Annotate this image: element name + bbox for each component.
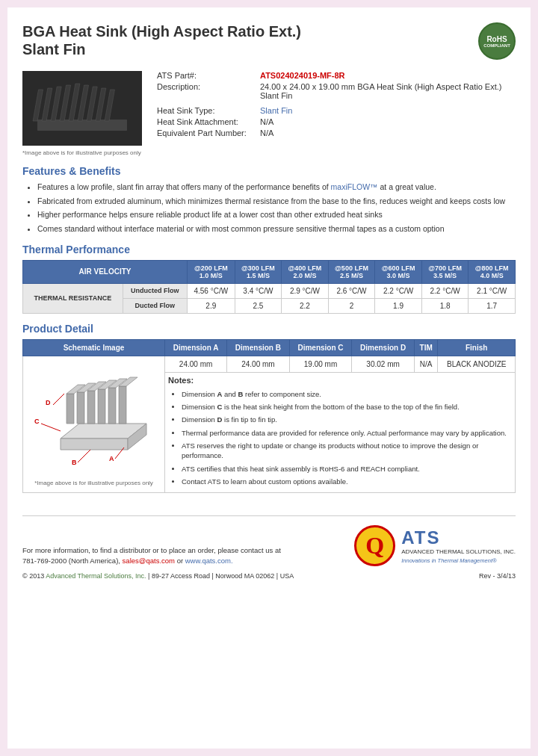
description-row: Description: 24.00 x 24.00 x 19.00 mm BG… xyxy=(157,82,516,100)
notes-cell: Notes: Dimension A and B refer to compon… xyxy=(165,372,516,492)
dim-c-value: 19.00 mm xyxy=(289,356,352,372)
ats-acronym: ATS xyxy=(401,527,516,548)
note-2: Dimension C is the heat sink height from… xyxy=(182,402,512,412)
svg-text:D: D xyxy=(46,399,51,406)
product-title: BGA Heat Sink (High Aspect Ratio Ext.) S… xyxy=(22,22,301,58)
ats-green-link: Advanced Thermal Solutions, Inc. xyxy=(46,572,146,580)
product-detail-header-row: Schematic Image Dimension A Dimension B … xyxy=(23,339,516,356)
email-link[interactable]: sales@qats.com xyxy=(123,557,175,565)
th-schematic: Schematic Image xyxy=(23,339,165,356)
svg-text:C: C xyxy=(34,418,40,425)
th-dim-c: Dimension C xyxy=(289,339,352,356)
svg-rect-1 xyxy=(33,90,43,121)
col-400lfm: @400 LFM2.0 M/S xyxy=(282,260,329,283)
col-700lfm: @700 LFM3.5 M/S xyxy=(421,260,469,283)
feature-item-1: Features a low profile, slant fin array … xyxy=(37,182,516,193)
image-note: *Image above is for illustrative purpose… xyxy=(22,149,142,156)
ats-tagline: Innovations in Thermal Management® xyxy=(401,557,496,564)
ducted-600: 1.9 xyxy=(375,298,422,313)
ducted-label: Ducted Flow xyxy=(123,298,187,313)
product-details: ATS Part#: ATS024024019-MF-8R Descriptio… xyxy=(157,71,516,156)
svg-marker-13 xyxy=(67,394,74,424)
notes-title: Notes: xyxy=(168,376,512,385)
ats-q-mark: Q xyxy=(354,525,395,566)
unducted-300: 3.4 °C/W xyxy=(235,283,282,298)
note-7: Contact ATS to learn about custom option… xyxy=(182,477,512,486)
ducted-700: 1.8 xyxy=(421,298,469,313)
dim-d-value: 30.02 mm xyxy=(352,356,415,372)
note-5: ATS reserves the right to update or chan… xyxy=(182,441,512,461)
thermal-resistance-label: THERMAL RESISTANCE xyxy=(23,283,123,313)
svg-rect-3 xyxy=(51,87,61,121)
svg-line-30 xyxy=(78,450,90,462)
unducted-label: Unducted Flow xyxy=(123,283,187,298)
equiv-part-row: Equivalent Part Number: N/A xyxy=(157,128,516,137)
product-image xyxy=(22,71,142,146)
ats-logo: Q ATS ADVANCED THERMAL SOLUTIONS, INC. I… xyxy=(354,525,516,566)
col-200lfm: @200 LFM1.0 M/S xyxy=(188,260,235,283)
product-detail-table: Schematic Image Dimension A Dimension B … xyxy=(22,339,516,493)
th-dim-d: Dimension D xyxy=(352,339,415,356)
dimension-values-row: D C B A *Image above is for illustrative… xyxy=(23,356,516,372)
ducted-300: 2.5 xyxy=(235,298,282,313)
svg-marker-23 xyxy=(119,386,126,424)
unducted-500: 2.6 °C/W xyxy=(328,283,375,298)
svg-line-28 xyxy=(41,424,61,431)
th-dim-a: Dimension A xyxy=(165,339,227,356)
col-800lfm: @800 LFM4.0 M/S xyxy=(469,260,516,283)
feature-item-3: Higher performance helps ensure reliable… xyxy=(37,209,516,220)
note-3: Dimension D is fin tip to fin tip. xyxy=(182,415,512,424)
note-6: ATS certifies that this heat sink assemb… xyxy=(182,464,512,474)
thermal-performance-table: AIR VELOCITY @200 LFM1.0 M/S @300 LFM1.5… xyxy=(22,260,516,314)
ats-company-text: ATS ADVANCED THERMAL SOLUTIONS, INC. Inn… xyxy=(401,527,516,564)
ducted-800: 1.7 xyxy=(469,298,516,313)
svg-marker-21 xyxy=(108,388,116,424)
unducted-row: THERMAL RESISTANCE Unducted Flow 4.56 °C… xyxy=(23,283,516,298)
air-velocity-header: AIR VELOCITY xyxy=(23,260,188,283)
heatsink-type-row: Heat Sink Type: Slant Fin xyxy=(157,106,516,115)
finish-value: BLACK ANODIZE xyxy=(438,356,516,372)
unducted-400: 2.9 °C/W xyxy=(282,283,329,298)
svg-marker-17 xyxy=(87,391,95,424)
th-tim: TIM xyxy=(414,339,438,356)
features-title: Features & Benefits xyxy=(22,165,516,177)
product-info-section: *Image above is for illustrative purpose… xyxy=(22,71,516,156)
header: BGA Heat Sink (High Aspect Ratio Ext.) S… xyxy=(22,22,516,60)
feature-item-4: Comes standard without interface materia… xyxy=(37,223,516,235)
col-600lfm: @600 LFM3.0 M/S xyxy=(375,260,422,283)
footer-bottom: © 2013 Advanced Thermal Solutions, Inc. … xyxy=(22,572,516,580)
svg-rect-4 xyxy=(60,85,70,121)
website-link[interactable]: www.qats.com. xyxy=(185,557,233,565)
svg-rect-8 xyxy=(96,88,106,121)
schematic-note: *Image above is for illustrative purpose… xyxy=(26,480,161,486)
note-4: Thermal performance data are provided fo… xyxy=(182,428,512,438)
unducted-800: 2.1 °C/W xyxy=(469,283,516,298)
ducted-200: 2.9 xyxy=(188,298,235,313)
svg-marker-11 xyxy=(61,439,128,450)
maxiflow-link: maxiFLOW™ xyxy=(331,182,378,191)
feature-item-2: Fabricated from extruded aluminum, which… xyxy=(37,196,516,207)
schematic-cell: D C B A *Image above is for illustrative… xyxy=(23,356,165,492)
svg-rect-7 xyxy=(87,87,97,121)
th-finish: Finish xyxy=(438,339,516,356)
footer: For more information, to find a distribu… xyxy=(22,515,516,566)
page-number: Rev - 3/4/13 xyxy=(479,572,516,580)
tim-value: N/A xyxy=(414,356,438,372)
header-title: BGA Heat Sink (High Aspect Ratio Ext.) S… xyxy=(22,22,301,58)
svg-rect-9 xyxy=(105,90,114,121)
attachment-row: Heat Sink Attachment: N/A xyxy=(157,117,516,126)
page: BGA Heat Sink (High Aspect Ratio Ext.) S… xyxy=(7,7,531,749)
part-number-row: ATS Part#: ATS024024019-MF-8R xyxy=(157,71,516,80)
dim-b-value: 24.00 mm xyxy=(227,356,290,372)
unducted-700: 2.2 °C/W xyxy=(421,283,469,298)
svg-marker-15 xyxy=(77,392,84,424)
col-300lfm: @300 LFM1.5 M/S xyxy=(235,260,282,283)
features-list: Features a low profile, slant fin array … xyxy=(22,182,516,235)
unducted-600: 2.2 °C/W xyxy=(375,283,422,298)
svg-text:B: B xyxy=(72,459,77,466)
svg-line-26 xyxy=(53,394,64,405)
col-500lfm: @500 LFM2.5 M/S xyxy=(328,260,375,283)
rohs-badge: RoHS COMPLIANT xyxy=(478,22,516,60)
svg-rect-5 xyxy=(69,84,80,121)
thermal-performance-title: Thermal Performance xyxy=(22,244,516,255)
